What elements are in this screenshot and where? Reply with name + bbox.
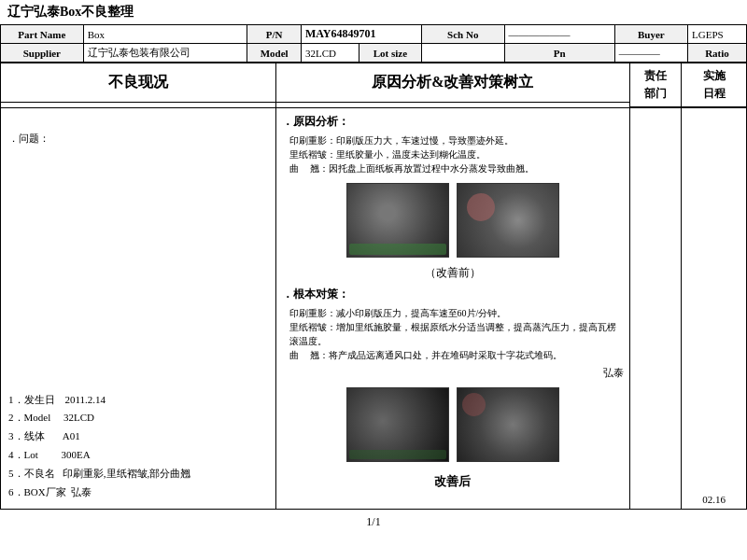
before-photo-2	[457, 183, 559, 258]
problem-label: ．问题：	[8, 130, 268, 148]
pn-col-label: Pn	[504, 44, 614, 63]
sch-no-value: ——————	[504, 25, 614, 44]
lot-size-label: Lot size	[359, 44, 421, 63]
supplier-value: 辽宁弘泰包装有限公司	[83, 44, 247, 63]
left-section-header: 不良现况	[1, 63, 275, 103]
pn-value: MAY64849701	[301, 25, 421, 44]
solution-line-2: 里纸褶皱：增加里纸施胶量，根据原纸水分适当调整，提高蒸汽压力，提高瓦楞滚温度。	[289, 320, 625, 348]
cause-line-1: 印刷重影：印刷版压力大，车速过慢，导致墨迹外延。	[289, 133, 625, 147]
before-photos	[282, 183, 625, 258]
buyer-value: LGEPS	[688, 25, 747, 44]
schedule-header: 实施 日程	[682, 63, 746, 107]
solution-label: ．根本对策：	[282, 287, 349, 301]
right-content: ．原因分析： 印刷重影：印刷版压力大，车速过慢，导致墨迹外延。 里纸褶皱：里纸胶…	[282, 114, 625, 494]
before-photo-1	[346, 183, 449, 258]
detail-1: 1．发生日 2011.2.14	[8, 391, 268, 410]
supplier-label: Supplier	[1, 44, 84, 63]
detail-2: 2．Model 32LCD	[8, 409, 268, 427]
after-photos	[282, 387, 625, 462]
pagination: 1/1	[0, 510, 747, 535]
ratio-label: Ratio	[688, 44, 747, 63]
part-name-value: Box	[83, 25, 247, 44]
detail-4: 4．Lot 300EA	[8, 446, 268, 465]
lot-size-value	[421, 44, 504, 63]
pn-label: P/N	[247, 25, 302, 44]
page-title: 辽宁弘泰Box不良整理	[0, 0, 747, 24]
improve-after-label: 改善后	[282, 469, 625, 494]
detail-3: 3．线体 A01	[8, 427, 268, 446]
part-name-label: Part Name	[1, 25, 84, 44]
solution-line-1: 印刷重影：减小印刷版压力，提高车速至60片/分钟。	[289, 306, 625, 320]
model-value: 32LCD	[301, 44, 359, 63]
buyer-label: Buyer	[614, 25, 687, 44]
cause-line-3: 曲 翘：因托盘上面纸板再放置过程中水分蒸发导致曲翘。	[289, 161, 625, 175]
company-right: 弘泰	[603, 367, 624, 378]
sch-no-label: Sch No	[421, 25, 504, 44]
right-section-header: 原因分析&改善对策树立	[276, 63, 630, 103]
schedule-value: 02.16	[685, 494, 742, 505]
left-content: ．问题： 1．发生日 2011.2.14 2．Model 32LCD 3．线体 …	[1, 122, 275, 510]
detail-5: 5．不良名 印刷重影,里纸褶皱,部分曲翘	[8, 465, 268, 483]
cause-line-2: 里纸褶皱：里纸胶量小，温度未达到糊化温度。	[289, 147, 625, 161]
after-photo-1	[346, 387, 449, 462]
model-label: Model	[247, 44, 302, 63]
cause-label: ．原因分析：	[282, 115, 349, 128]
improve-before-label: （改善前）	[282, 265, 625, 281]
pn-col-value: ————	[614, 44, 687, 63]
detail-6: 6．BOX厂家 弘泰	[8, 483, 268, 502]
after-photo-2	[457, 387, 559, 462]
solution-line-3: 曲 翘：将产成品远离通风口处，并在堆码时采取十字花式堆码。	[289, 348, 625, 362]
responsible-header: 责任 部门	[630, 63, 681, 107]
